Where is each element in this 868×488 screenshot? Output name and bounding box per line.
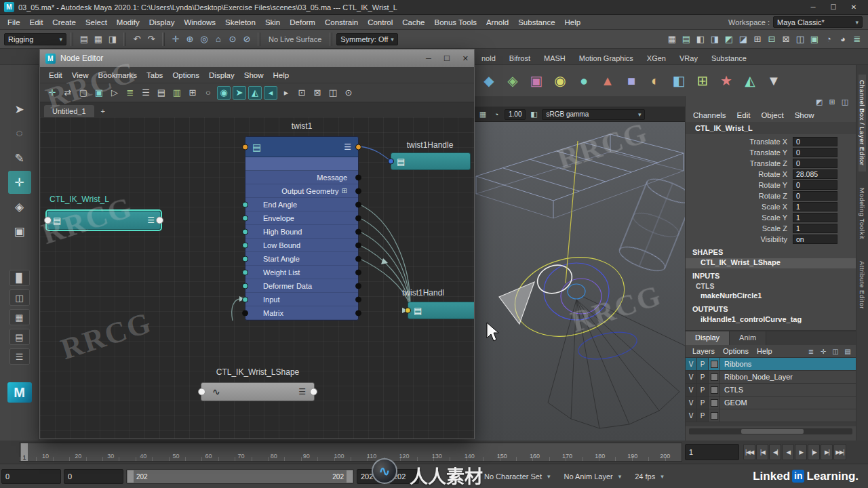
scrollbar-thumb[interactable] <box>741 429 804 434</box>
layer-color-swatch[interactable] <box>709 396 720 409</box>
tab-anim[interactable]: Anim <box>730 331 766 345</box>
menu-item[interactable]: Help <box>560 18 586 26</box>
layer-action-icon[interactable]: ▤ <box>842 347 853 356</box>
input-socket[interactable] <box>242 310 248 316</box>
node-twist1handle-2[interactable]: ▤ ☰ <box>408 302 474 319</box>
layer-action-icon[interactable]: ◫ <box>830 347 841 356</box>
node-attr-row[interactable]: Matrix <box>245 306 358 320</box>
layer-action-icon[interactable]: ✛ <box>818 347 829 356</box>
status-tool-icon[interactable]: ◔ <box>822 33 835 46</box>
node-socket[interactable] <box>242 144 248 150</box>
menu-item[interactable]: Display <box>204 71 239 79</box>
tool-button[interactable]: ▣ <box>8 220 31 243</box>
input-socket[interactable] <box>405 308 411 314</box>
live-surface-label[interactable]: No Live Surface <box>264 35 326 43</box>
shelf-tool-icon[interactable]: ◐ <box>645 70 665 91</box>
layer-playback-toggle[interactable]: P <box>697 371 709 383</box>
close-button[interactable]: ✕ <box>844 3 864 11</box>
tab-display[interactable]: Display <box>686 331 730 345</box>
layer-row[interactable]: V P CTLS <box>686 384 856 396</box>
layer-playback-toggle[interactable]: P <box>697 358 709 370</box>
input-item[interactable]: makeNurbCircle1 <box>686 291 856 302</box>
node-editor-tool-icon[interactable]: ⇄ <box>61 86 75 100</box>
input-socket[interactable] <box>242 296 248 302</box>
playback-button[interactable]: ▶| <box>821 444 833 460</box>
layer-playback-toggle[interactable]: P <box>697 409 709 422</box>
range-slider[interactable]: 202 202 <box>126 469 354 484</box>
layer-row[interactable]: V P Ribbon_Node_Layer <box>686 371 856 384</box>
channel-box-menu[interactable]: Edit <box>732 111 755 119</box>
status-tool-icon[interactable]: ◪ <box>736 33 750 46</box>
layout-button[interactable]: ◫ <box>9 289 30 306</box>
menu-item[interactable]: Modify <box>112 18 144 26</box>
snap-icon[interactable]: ⊕ <box>183 33 197 46</box>
menu-item[interactable]: Skeleton <box>220 18 260 26</box>
channel-value-field[interactable]: 28.085 <box>793 169 837 179</box>
channel-box-menu[interactable]: Show <box>790 111 819 119</box>
shelf-tool-icon[interactable]: ◆ <box>479 70 499 91</box>
node-attr-row[interactable]: Input <box>245 293 358 306</box>
channel-label[interactable]: Translate X <box>686 138 793 146</box>
shelf-tool-icon[interactable]: ▲ <box>597 70 618 91</box>
input-socket[interactable] <box>242 242 248 248</box>
playback-button[interactable]: ◀ <box>782 444 794 460</box>
output-socket[interactable] <box>355 269 361 275</box>
channel-value-field[interactable]: 0 <box>793 159 837 168</box>
node-editor-tool-icon[interactable]: ▤ <box>155 86 168 100</box>
node-menu-icon[interactable]: ☰ <box>344 142 351 152</box>
tool-button[interactable]: ◈ <box>8 195 31 218</box>
anim-layer-select[interactable]: No Anim Layer ▾ <box>559 472 627 481</box>
shelf-tab[interactable]: nold <box>475 52 502 64</box>
node-editor-tool-icon[interactable]: ▸ <box>279 86 293 100</box>
playback-button[interactable]: ▶▶| <box>833 444 846 460</box>
current-frame-marker[interactable]: 1 <box>21 443 28 461</box>
maximize-button[interactable]: ☐ <box>443 54 450 63</box>
tool-button[interactable]: ✎ <box>8 146 31 169</box>
menu-item[interactable]: Select <box>81 18 112 26</box>
input-socket[interactable] <box>242 228 248 235</box>
input-group-item[interactable]: CTLS <box>686 282 856 291</box>
playback-button[interactable]: |◀◀ <box>743 444 755 460</box>
channel-box-menu[interactable]: Object <box>756 111 788 119</box>
status-tool-icon[interactable]: ◫ <box>793 33 807 46</box>
status-tool-icon[interactable]: ▤ <box>679 33 693 46</box>
menu-item[interactable]: Bonus Tools <box>430 18 481 26</box>
exposure-field[interactable]: 1.00 <box>505 109 526 120</box>
output-socket[interactable] <box>355 174 361 180</box>
layout-button[interactable]: ▉ <box>9 270 30 286</box>
menu-item[interactable]: Cache <box>397 18 429 26</box>
shelf-tool-icon[interactable]: ◈ <box>502 70 523 91</box>
output-socket[interactable] <box>355 310 361 316</box>
channel-label[interactable]: Rotate Y <box>686 181 793 189</box>
menu-item[interactable]: Display <box>144 18 180 26</box>
manipulator-icon[interactable]: ◫ <box>840 98 850 106</box>
layout-button[interactable]: ▤ <box>9 329 30 345</box>
output-socket[interactable] <box>355 188 361 194</box>
workspace-select[interactable]: Maya Classic* ▾ <box>773 16 863 28</box>
status-tool-icon[interactable]: ◧ <box>694 33 707 46</box>
input-socket[interactable] <box>388 159 394 165</box>
channel-label[interactable]: Scale X <box>686 203 793 211</box>
node-attr-row[interactable]: Start Angle <box>245 252 358 266</box>
node-attr-row[interactable]: Low Bound <box>245 239 358 252</box>
playback-button[interactable]: ◀| <box>769 444 781 460</box>
output-socket[interactable] <box>355 201 361 207</box>
input-socket[interactable] <box>242 201 248 207</box>
node-socket[interactable] <box>355 144 361 150</box>
node-editor-tool-icon[interactable]: ◫ <box>326 86 340 100</box>
output-socket[interactable] <box>355 283 361 289</box>
node-editor-tool-icon[interactable]: ◉ <box>217 86 231 100</box>
node-graph-canvas[interactable]: twist1 ▤ ☰ Message Output Geometry⊞ End … <box>40 117 474 439</box>
menu-item[interactable]: Arnold <box>481 18 513 26</box>
channel-box-menu[interactable]: Channels <box>688 111 731 119</box>
status-tool-icon[interactable]: ⊞ <box>751 33 764 46</box>
menu-item[interactable]: Control <box>363 18 397 26</box>
layer-color-swatch[interactable] <box>709 371 720 383</box>
layer-visible-toggle[interactable]: V <box>686 409 697 422</box>
input-socket[interactable] <box>242 269 248 275</box>
layer-playback-toggle[interactable]: P <box>697 396 709 409</box>
shelf-tab[interactable]: Substance <box>705 52 753 64</box>
expand-icon[interactable]: ⊞ <box>342 187 347 195</box>
node-editor-tool-icon[interactable]: ▢ <box>77 86 90 100</box>
status-tool-icon[interactable]: ◕ <box>836 33 850 46</box>
